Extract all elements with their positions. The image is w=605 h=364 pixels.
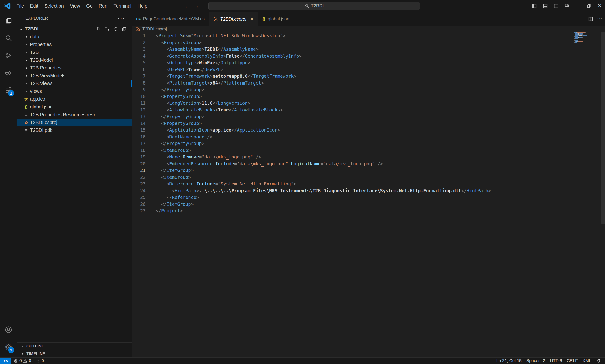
code-line-10[interactable]: 10 <PropertyGroup> [132, 93, 605, 100]
command-center-search[interactable]: T2BDI [209, 2, 420, 10]
code-line-25[interactable]: 25 </Reference> [132, 194, 605, 201]
notifications-bell-icon[interactable] [594, 358, 603, 364]
menu-file[interactable]: File [13, 2, 27, 10]
code-line-27[interactable]: 27</Project> [132, 208, 605, 214]
activity-extensions[interactable]: 1 [0, 82, 17, 99]
status-eol[interactable]: CRLF [564, 358, 580, 364]
tab-pageconductancematchvm-cs[interactable]: C# PageConductanceMatchVM.cs [132, 12, 209, 26]
tree-item-views[interactable]: views [17, 87, 132, 95]
code-line-9[interactable]: 9 </PropertyGroup> [132, 86, 605, 93]
explorer-more-actions-icon[interactable]: ··· [118, 15, 125, 22]
code-line-2[interactable]: 2 <PropertyGroup> [132, 39, 605, 46]
code-line-7[interactable]: 7 <TargetFramework>netcoreapp8.0</Target… [132, 73, 605, 80]
toggle-secondary-sidebar-icon[interactable] [551, 0, 562, 12]
breadcrumb[interactable]: T2BDI.csproj [132, 26, 605, 32]
menu-view[interactable]: View [67, 2, 83, 10]
tree-root-t2bdi[interactable]: T2BDI [17, 25, 132, 33]
collapse-all-icon[interactable] [122, 27, 126, 31]
line-number[interactable]: 17 [132, 140, 148, 147]
minimap[interactable] [574, 32, 600, 61]
line-number[interactable]: 24 [132, 187, 148, 194]
restore-button[interactable] [583, 0, 594, 12]
line-number[interactable]: 20 [132, 160, 148, 167]
menu-terminal[interactable]: Terminal [110, 2, 134, 10]
new-file-icon[interactable] [96, 27, 101, 31]
problems-status[interactable]: 0 0 [11, 358, 34, 364]
code-line-17[interactable]: 17 </PropertyGroup> [132, 140, 605, 147]
tree-item-data[interactable]: data [17, 33, 132, 41]
line-number[interactable]: 2 [132, 39, 148, 46]
forward-icon[interactable]: → [193, 3, 199, 9]
code-line-15[interactable]: 15 <ApplicationIcon>app.ico</Application… [132, 127, 605, 133]
tree-item-t2b-views[interactable]: T2B.Views [17, 80, 132, 87]
activity-search[interactable] [0, 29, 17, 47]
line-number[interactable]: 10 [132, 93, 148, 100]
line-number[interactable]: 21 [132, 167, 148, 174]
code-line-13[interactable]: 13 </PropertyGroup> [132, 113, 605, 120]
line-number[interactable]: 14 [132, 120, 148, 127]
minimize-button[interactable]: ─ [572, 0, 583, 12]
line-number[interactable]: 9 [132, 86, 148, 93]
new-folder-icon[interactable] [105, 27, 109, 31]
menu-selection[interactable]: Selection [41, 2, 67, 10]
status-language-mode[interactable]: XML [580, 358, 594, 364]
activity-settings[interactable]: ⚙1 [0, 338, 17, 356]
status-indentation[interactable]: Spaces: 2 [524, 358, 548, 364]
line-number[interactable]: 8 [132, 80, 148, 86]
code-line-22[interactable]: 22 <ItemGroup> [132, 174, 605, 181]
editor-scrollbar[interactable] [601, 32, 605, 224]
toggle-panel-icon[interactable] [540, 0, 551, 12]
line-number[interactable]: 25 [132, 194, 148, 201]
customize-layout-icon[interactable] [562, 0, 572, 12]
code-line-24[interactable]: 24 <HintPath>..\..\..\..\Program Files\M… [132, 187, 605, 194]
code-line-23[interactable]: 23 <Reference Include="System.Net.Http.F… [132, 181, 605, 187]
code-line-14[interactable]: 14 <PropertyGroup> [132, 120, 605, 127]
line-number[interactable]: 18 [132, 147, 148, 154]
line-number[interactable]: 22 [132, 174, 148, 181]
code-line-5[interactable]: 5 <OutputType>WinExe</OutputType> [132, 59, 605, 66]
activity-run-and-debug[interactable] [0, 64, 17, 82]
line-number[interactable]: 15 [132, 127, 148, 133]
activity-source-control[interactable] [0, 47, 17, 64]
breadcrumb-item[interactable]: T2BDI.csproj [142, 27, 167, 32]
code-line-16[interactable]: 16 <RootNamespace /> [132, 133, 605, 140]
code-line-11[interactable]: 11 <LangVersion>11.0</LangVersion> [132, 100, 605, 106]
line-number[interactable]: 6 [132, 66, 148, 73]
code-editor[interactable]: 1<Project Sdk="Microsoft.NET.Sdk.Windows… [132, 32, 605, 357]
menu-go[interactable]: Go [83, 2, 96, 10]
tree-item-global-json[interactable]: {}global.json [17, 103, 132, 111]
line-number[interactable]: 4 [132, 53, 148, 60]
tree-item-app-ico[interactable]: ★app.ico [17, 95, 132, 103]
code-line-18[interactable]: 18 <ItemGroup> [132, 147, 605, 154]
code-line-12[interactable]: 12 <AllowUnsafeBlocks>True</AllowUnsafeB… [132, 106, 605, 113]
code-line-26[interactable]: 26 </ItemGroup> [132, 201, 605, 208]
code-line-4[interactable]: 4 <GenerateAssemblyInfo>False</GenerateA… [132, 53, 605, 60]
tree-item-t2bdi-pdb[interactable]: ≡T2BDI.pdb [17, 126, 132, 134]
tree-item-t2b[interactable]: T2B [17, 48, 132, 56]
code-line-3[interactable]: 3 <AssemblyName>T2BDI</AssemblyName> [132, 46, 605, 53]
tree-item-t2b-properties[interactable]: T2B.Properties [17, 64, 132, 72]
tab-t2bdi-csproj[interactable]: T2BDI.csproj✕ [209, 12, 258, 26]
line-number[interactable]: 27 [132, 208, 148, 214]
section-outline[interactable]: OUTLINE [17, 342, 132, 350]
status-encoding[interactable]: UTF-8 [548, 358, 564, 364]
line-number[interactable]: 7 [132, 73, 148, 80]
toggle-primary-sidebar-icon[interactable] [529, 0, 540, 12]
split-editor-icon[interactable] [588, 16, 593, 22]
menu-help[interactable]: Help [134, 2, 150, 10]
code-line-20[interactable]: 20 <EmbeddedResource Include="data\mks_l… [132, 160, 605, 167]
tree-item-t2b-properties-resources-resx[interactable]: ≡T2B.Properties.Resources.resx [17, 111, 132, 118]
line-number[interactable]: 5 [132, 59, 148, 66]
close-tab-icon[interactable]: ✕ [250, 16, 254, 22]
code-line-8[interactable]: 8 <PlatformTarget>x64</PlatformTarget> [132, 80, 605, 86]
tree-item-t2bdi-csproj[interactable]: T2BDI.csproj [17, 118, 132, 126]
back-icon[interactable]: ← [184, 3, 190, 9]
editor-more-actions-icon[interactable]: ··· [597, 17, 603, 21]
refresh-icon[interactable] [113, 27, 118, 31]
code-line-19[interactable]: 19 <None Remove="data\mks_logo.png" /> [132, 154, 605, 160]
tab-global-json[interactable]: {} global.json [258, 12, 294, 26]
menu-run[interactable]: Run [96, 2, 111, 10]
code-line-1[interactable]: 1<Project Sdk="Microsoft.NET.Sdk.Windows… [132, 32, 605, 39]
line-number[interactable]: 19 [132, 154, 148, 160]
line-number[interactable]: 3 [132, 46, 148, 53]
